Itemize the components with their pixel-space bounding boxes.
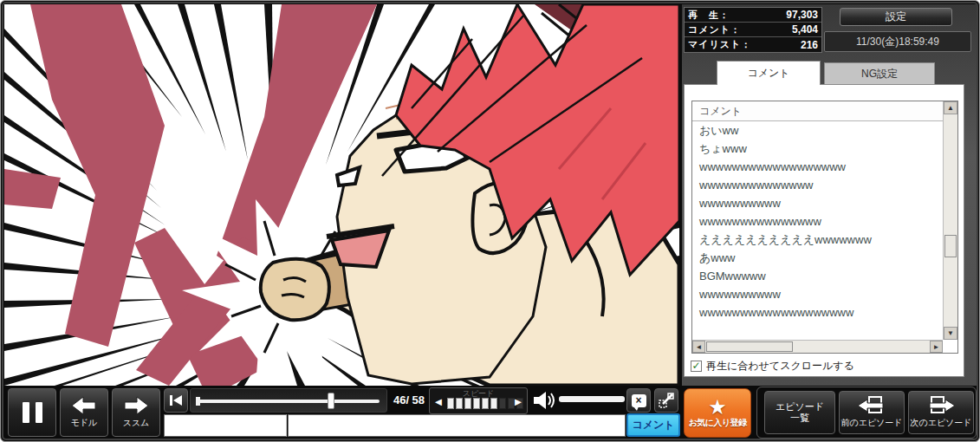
back-label: モドル bbox=[71, 417, 98, 429]
speaker-icon bbox=[533, 390, 557, 411]
hide-comments-button[interactable]: × bbox=[626, 388, 651, 413]
page-position: 46/ 58 bbox=[389, 388, 429, 413]
comment-row: あwww bbox=[692, 249, 943, 267]
comment-row: wwwwwwwwwwwwww bbox=[692, 176, 943, 194]
comment-column-header: コメント bbox=[692, 101, 943, 121]
plays-label: 再 生： bbox=[688, 9, 730, 22]
info-panel: 再 生： 97,303 コメント： 5,404 マイリスト： 216 設定 11… bbox=[682, 4, 977, 386]
video-frame[interactable] bbox=[4, 4, 679, 386]
resize-button[interactable] bbox=[654, 388, 678, 413]
episode-list-label-line1: エピソード bbox=[776, 401, 824, 413]
horizontal-scroll-thumb[interactable] bbox=[706, 341, 793, 352]
back-button[interactable]: モドル bbox=[60, 388, 108, 437]
speed-block bbox=[473, 398, 480, 409]
speed-block bbox=[447, 398, 454, 409]
speed-block bbox=[456, 398, 463, 409]
favorite-button[interactable]: ★ お気に入り登録 bbox=[684, 388, 751, 438]
fist bbox=[261, 259, 329, 320]
forward-button[interactable]: ススム bbox=[112, 388, 160, 437]
previous-episode-icon bbox=[857, 396, 886, 415]
comment-command-input[interactable] bbox=[164, 414, 287, 437]
seek-bar[interactable] bbox=[190, 388, 387, 413]
speed-control: スピード ◄ ► bbox=[429, 387, 528, 414]
speed-up-icon[interactable]: ► bbox=[511, 394, 525, 410]
comment-row: wwwwwwwwww bbox=[692, 285, 943, 303]
comment-row: BGMwwwww bbox=[692, 267, 943, 285]
stat-row-mylist: マイリスト： 216 bbox=[685, 37, 821, 52]
comment-row: おいww bbox=[692, 121, 943, 140]
pause-button[interactable] bbox=[8, 388, 56, 437]
episode-list-label-line2: 一覧 bbox=[790, 413, 809, 424]
video-stats: 再 生： 97,303 コメント： 5,404 マイリスト： 216 bbox=[684, 7, 822, 53]
comment-panel: コメント おいwwちょwwwwwwwwwwwwwwwwwwwwwwwwwwwww… bbox=[684, 84, 964, 377]
comment-row: wwwwwwwwwwwwwwwwwww bbox=[692, 303, 943, 322]
autoscroll-checkbox[interactable]: ✓ bbox=[691, 361, 702, 372]
seek-to-start-button[interactable] bbox=[164, 388, 188, 413]
mylist-label: マイリスト： bbox=[688, 38, 751, 51]
scroll-up-icon[interactable]: ▲ bbox=[944, 101, 957, 114]
next-episode-label: 次のエピソード bbox=[910, 417, 971, 429]
next-episode-button[interactable]: 次のエピソード bbox=[908, 391, 974, 434]
arrow-left-icon bbox=[71, 396, 97, 415]
speed-block bbox=[482, 398, 489, 409]
stat-row-plays: 再 生： 97,303 bbox=[685, 8, 821, 23]
player-window: 再 生： 97,303 コメント： 5,404 マイリスト： 216 設定 11… bbox=[0, 0, 980, 442]
comment-row: wwwwwwwwwwwwwww bbox=[692, 212, 943, 231]
scroll-left-icon[interactable]: ◄ bbox=[692, 341, 705, 353]
pause-icon bbox=[23, 402, 42, 423]
comment-row: wwwwwwwwwwwwwwwwww bbox=[692, 158, 943, 176]
episode-button-group: エピソード 一覧 前のエピソード 次のエピソード bbox=[756, 387, 977, 439]
comment-rows: おいwwちょwwwwwwwwwwwwwwwwwwwwwwwwwwwwwwwwww… bbox=[692, 121, 943, 340]
comment-submit-button[interactable]: コメント bbox=[626, 413, 680, 437]
speed-block bbox=[499, 398, 506, 409]
speed-down-icon[interactable]: ◄ bbox=[432, 394, 445, 410]
forward-label: ススム bbox=[123, 417, 150, 429]
autoscroll-toggle[interactable]: ✓ 再生に合わせてスクロールする bbox=[691, 359, 854, 374]
speed-block bbox=[464, 398, 471, 409]
comment-text-input[interactable] bbox=[288, 414, 626, 437]
scroll-down-icon[interactable]: ▼ bbox=[944, 327, 957, 340]
comments-value: 5,404 bbox=[792, 23, 818, 36]
episode-list-button[interactable]: エピソード 一覧 bbox=[764, 391, 835, 434]
volume-icon[interactable] bbox=[533, 390, 557, 411]
star-icon: ★ bbox=[708, 398, 727, 417]
skip-start-icon bbox=[169, 395, 183, 406]
favorite-label: お気に入り登録 bbox=[688, 417, 746, 429]
settings-button[interactable]: 設定 bbox=[840, 8, 952, 26]
comment-listbox: コメント おいwwちょwwwwwwwwwwwwwwwwwwwwwwwwwwwww… bbox=[691, 101, 958, 354]
vertical-scroll-thumb[interactable] bbox=[944, 235, 957, 257]
tab-ng-settings[interactable]: NG設定 bbox=[824, 62, 935, 85]
comment-row: wwwwwwwwww bbox=[692, 194, 943, 212]
previous-episode-button[interactable]: 前のエピソード bbox=[839, 391, 905, 434]
comment-row: ちょwww bbox=[692, 140, 943, 158]
expand-icon bbox=[659, 393, 674, 408]
control-bar: モドル ススム 46/ 58 スピード ◄ ► bbox=[4, 386, 977, 439]
previous-episode-label: 前のエピソード bbox=[840, 417, 902, 429]
plays-value: 97,303 bbox=[786, 9, 818, 21]
seek-track[interactable] bbox=[198, 400, 380, 403]
stat-row-comments: コメント： 5,404 bbox=[685, 23, 821, 37]
scroll-right-icon[interactable]: ► bbox=[930, 341, 943, 353]
speed-block bbox=[490, 398, 497, 409]
next-episode-icon bbox=[926, 396, 956, 415]
vertical-scrollbar[interactable]: ▲ ▼ bbox=[943, 101, 957, 340]
comment-off-icon: × bbox=[632, 394, 646, 407]
comments-label: コメント： bbox=[688, 23, 741, 36]
tab-comment[interactable]: コメント bbox=[717, 61, 821, 85]
volume-slider[interactable] bbox=[559, 396, 625, 402]
autoscroll-label: 再生に合わせてスクロールする bbox=[706, 359, 854, 374]
comment-row: ええええええええええwwwwwww bbox=[692, 231, 943, 249]
mylist-value: 216 bbox=[801, 39, 818, 51]
arrow-right-icon bbox=[123, 396, 149, 415]
datetime-display: 11/30(金)18:59:49 bbox=[824, 31, 971, 52]
seek-thumb[interactable] bbox=[328, 393, 334, 409]
horizontal-scrollbar[interactable]: ◄ ► bbox=[692, 340, 943, 353]
manga-art bbox=[4, 4, 679, 386]
